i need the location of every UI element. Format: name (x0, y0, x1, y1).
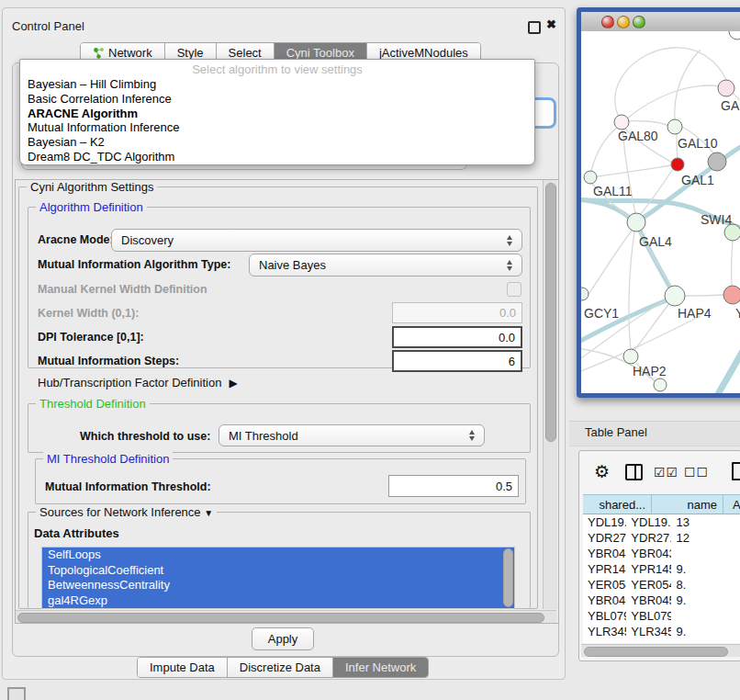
gear-icon[interactable]: ⚙ (594, 461, 610, 482)
settings-hscroll-thumb[interactable] (17, 613, 544, 623)
table-row[interactable]: YDR27...YDR27...12 (583, 530, 740, 546)
attribute-topologicalcoefficient[interactable]: TopologicalCoefficient (42, 563, 514, 579)
kernel-width-label: Kernel Width (0,1): (38, 307, 139, 320)
table-row[interactable]: YIL052CYIL052C9 (583, 639, 740, 643)
mi-threshold-group-title: MI Threshold Definition (43, 452, 173, 466)
table-row[interactable]: YBR045CYBR045C9. (583, 593, 740, 608)
mac-minimize-button[interactable] (617, 16, 630, 28)
node-unlabeled[interactable] (708, 152, 726, 171)
attribute-gal4rgexp[interactable]: gal4RGexp (42, 593, 514, 609)
node-hap2[interactable] (623, 349, 638, 364)
tab-label: Select (229, 46, 262, 60)
network-window-titlebar[interactable] (581, 12, 740, 32)
column-header-name[interactable]: name (652, 494, 723, 514)
table-cell: YBR043C (583, 546, 626, 561)
mi-type-label: Mutual Information Algorithm Type: (38, 258, 230, 271)
table-cell: YDR27... (626, 530, 671, 546)
hub-definition-toggle[interactable]: Hub/Transcription Factor Definition▶ (38, 376, 238, 390)
table-row[interactable]: YER054CYER054C8. (583, 577, 740, 593)
attribute-betweennesscentrality[interactable]: BetweennessCentrality (42, 578, 514, 593)
data-attributes-list[interactable]: SelfLoopsTopologicalCoefficientBetweenne… (41, 547, 515, 609)
table-row[interactable]: YLR345WYLR345W9. (583, 624, 740, 639)
attribute-selfloops[interactable]: SelfLoops (42, 548, 514, 563)
dpi-tolerance-field[interactable]: 0.0 (392, 326, 522, 348)
screen: Control Panel ✖ NetworkStyleSelectCyni T… (0, 0, 740, 700)
table-row[interactable]: YBL079WYBL079W (583, 608, 740, 624)
settings-horizontal-scrollbar[interactable] (16, 610, 556, 623)
node-gal80[interactable] (614, 115, 629, 130)
mi-type-combobox[interactable]: Naive Bayes (249, 254, 522, 277)
mi-steps-field[interactable]: 6 (392, 350, 522, 372)
mi-threshold-field[interactable]: 0.5 (388, 475, 519, 497)
sources-title-text: Sources for Network Inference (39, 505, 201, 519)
node-y[interactable] (723, 286, 740, 304)
table-cell: YDR27... (583, 530, 626, 546)
node-unlabeled[interactable] (654, 378, 667, 391)
node-gal11[interactable] (584, 171, 597, 184)
column-header-a[interactable]: A (723, 494, 740, 514)
table-row[interactable]: YBR043CYBR043C (583, 546, 740, 561)
mac-zoom-button[interactable] (633, 16, 645, 28)
aracne-mode-label: Aracne Mode: (38, 233, 114, 246)
table-cell: YIL052C (626, 639, 671, 643)
columns-icon[interactable] (625, 464, 643, 480)
table-horizontal-scrollbar[interactable] (581, 644, 740, 657)
table-cell: YDL19... (626, 514, 671, 530)
restore-panel-icon[interactable] (7, 687, 26, 700)
node-gal[interactable] (718, 80, 734, 96)
table-row[interactable]: YDL19...YDL19...13 (583, 514, 740, 530)
table-row[interactable]: YPR145WYPR145W9. (583, 561, 740, 577)
node-gal1[interactable] (671, 158, 684, 171)
threshold-definition-title: Threshold Definition (36, 397, 150, 411)
tab-label: jActiveMNodules (379, 46, 468, 60)
table-cell: 9. (671, 561, 740, 577)
manual-kernel-checkbox[interactable] (507, 282, 521, 297)
node-label-gal4: GAL4 (639, 234, 672, 249)
table-cell: 8. (671, 577, 740, 593)
node-gal4[interactable] (627, 213, 645, 231)
node-label-gal: GAL (721, 98, 740, 113)
tab-discretize-data[interactable]: Discretize Data (228, 658, 333, 677)
node-gal10[interactable] (667, 119, 682, 134)
attributes-list-scrollbar[interactable] (503, 548, 513, 607)
table-cell: 9. (671, 624, 740, 639)
table-hscroll-thumb[interactable] (584, 647, 728, 657)
document-icon[interactable] (732, 462, 740, 480)
table-cell: YER054C (626, 577, 671, 593)
select-all-rows-icon[interactable]: ☑☑ (654, 465, 678, 480)
tab-impute-data[interactable]: Impute Data (138, 658, 228, 677)
settings-vertical-scrollbar[interactable] (543, 180, 557, 609)
node-hap4[interactable] (665, 286, 685, 306)
spinner-arrows-icon (507, 235, 513, 246)
node-label-swi4: SWI4 (701, 212, 732, 227)
collapse-down-icon[interactable]: ▼ (204, 508, 213, 518)
apply-button[interactable]: Apply (252, 627, 314, 650)
table-cell: YPR145W (583, 561, 626, 577)
sources-group-title: Sources for Network Inference ▼ (36, 505, 217, 519)
node-unlabeled[interactable] (729, 31, 740, 40)
tab-infer-network[interactable]: Infer Network (333, 658, 428, 677)
node-label-gal80: GAL80 (618, 129, 658, 143)
table-cell: YBL079W (583, 608, 626, 624)
table-cell (671, 546, 740, 561)
algorithm-option-dream8-dc-tdc-algorithm[interactable]: Dream8 DC_TDC Algorithm (20, 150, 534, 164)
deselect-all-rows-icon[interactable]: ☐☐ (684, 465, 709, 480)
mac-close-button[interactable] (601, 16, 614, 28)
network-canvas[interactable]: GALGAL80GAL10GAL1GAL11GAL4SWI4GCY1HAP4YH… (581, 31, 740, 393)
hub-definition-label: Hub/Transcription Factor Definition (38, 376, 221, 390)
which-threshold-combobox[interactable]: MI Threshold (219, 424, 485, 446)
close-icon[interactable]: ✖ (546, 17, 556, 31)
algorithm-option-basic-correlation-inference[interactable]: Basic Correlation Inference (20, 92, 534, 107)
column-header-shared-[interactable]: shared... (583, 494, 652, 514)
float-window-icon[interactable] (528, 21, 541, 34)
cyni-settings-group-title: Cyni Algorithm Settings (27, 180, 157, 194)
algorithm-option-mutual-information-inference[interactable]: Mutual Information Inference (20, 120, 534, 135)
settings-vscroll-thumb[interactable] (545, 183, 556, 442)
aracne-mode-combobox[interactable]: Discovery (111, 229, 522, 252)
algorithm-option-bayesian-hill-climbing[interactable]: Bayesian – Hill Climbing (20, 77, 534, 92)
node-gcy1[interactable] (581, 288, 589, 300)
algorithm-option-aracne-algorithm[interactable]: ARACNE Algorithm (20, 107, 534, 121)
network-icon (93, 47, 105, 59)
kernel-width-field[interactable]: 0.0 (392, 302, 522, 323)
algorithm-option-bayesian-k2[interactable]: Bayesian – K2 (20, 135, 534, 150)
